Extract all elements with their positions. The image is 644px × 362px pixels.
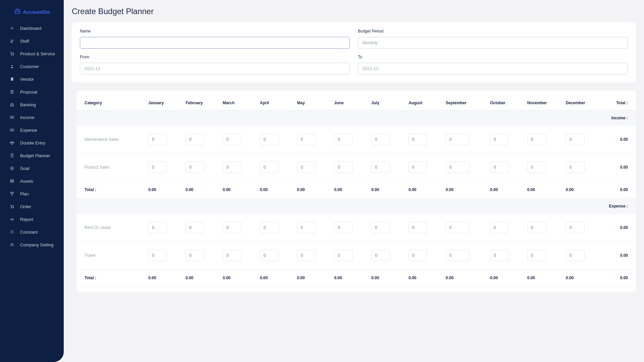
month-input[interactable] — [371, 250, 390, 261]
month-input[interactable] — [446, 162, 469, 173]
month-input[interactable] — [223, 134, 241, 145]
row-total: 0.00 — [601, 126, 636, 154]
month-input[interactable] — [527, 222, 546, 233]
row-total: 0.00 — [601, 242, 636, 269]
sidebar-item-proposal[interactable]: Proposal — [0, 85, 64, 98]
sidebar-item-expense[interactable]: Expense — [0, 124, 64, 136]
month-input[interactable] — [371, 222, 390, 233]
sidebar-item-double-entry[interactable]: Double Entry — [0, 136, 64, 149]
month-input[interactable] — [371, 162, 390, 173]
sidebar-item-company-setting[interactable]: Company Setting — [0, 238, 64, 251]
month-input[interactable] — [409, 162, 427, 173]
month-input[interactable] — [446, 250, 469, 261]
month-input[interactable] — [566, 162, 585, 173]
month-input[interactable] — [371, 134, 390, 145]
total-label: Total : — [76, 269, 146, 287]
total-cell: 0.00 — [525, 181, 563, 198]
month-input[interactable] — [148, 222, 167, 233]
from-input[interactable] — [80, 63, 350, 74]
sidebar-item-label: Product & Service — [20, 51, 55, 56]
chevron-right-icon — [54, 39, 58, 44]
month-input[interactable] — [490, 222, 509, 233]
sidebar-nav: DashboardStaffProduct & ServiceCustomerV… — [0, 22, 64, 251]
month-input[interactable] — [409, 222, 427, 233]
month-input[interactable] — [148, 250, 167, 261]
svg-point-9 — [12, 117, 12, 118]
month-input[interactable] — [566, 222, 585, 233]
month-input[interactable] — [446, 222, 469, 233]
col-header: January — [146, 96, 183, 110]
month-input[interactable] — [566, 250, 585, 261]
month-input[interactable] — [223, 222, 241, 233]
month-input[interactable] — [566, 134, 585, 145]
month-input[interactable] — [185, 162, 204, 173]
month-input[interactable] — [185, 134, 204, 145]
month-input[interactable] — [334, 250, 353, 261]
month-input[interactable] — [185, 250, 204, 261]
period-label: Budget Period — [358, 29, 628, 34]
month-input[interactable] — [297, 134, 316, 145]
col-header: April — [257, 96, 294, 110]
total-cell: 0.00 — [257, 269, 294, 287]
month-input[interactable] — [446, 134, 469, 145]
total-cell: 0.00 — [525, 269, 563, 287]
sidebar-item-staff[interactable]: Staff — [0, 35, 64, 47]
month-input[interactable] — [148, 162, 167, 173]
sidebar-item-goal[interactable]: Goal — [0, 162, 64, 175]
month-input[interactable] — [334, 134, 353, 145]
sidebar-item-budget-planner[interactable]: Budget Planner — [0, 149, 64, 162]
sidebar-item-customer[interactable]: Customer — [0, 60, 64, 73]
month-input[interactable] — [185, 222, 204, 233]
month-input[interactable] — [297, 222, 316, 233]
sidebar-item-constant[interactable]: Constant — [0, 226, 64, 238]
month-input[interactable] — [260, 222, 279, 233]
sidebar-item-plan[interactable]: Plan — [0, 187, 64, 200]
month-input[interactable] — [260, 250, 279, 261]
category-cell: Product Sales — [76, 154, 146, 181]
sidebar-item-order[interactable]: Order — [0, 200, 64, 213]
month-input[interactable] — [148, 134, 167, 145]
month-input[interactable] — [297, 162, 316, 173]
section-header: Expense : — [76, 198, 636, 214]
month-input[interactable] — [334, 162, 353, 173]
col-header: June — [331, 96, 369, 110]
sidebar-item-label: Budget Planner — [20, 153, 50, 158]
total-cell: 0.00 — [146, 181, 183, 198]
month-input[interactable] — [260, 134, 279, 145]
sidebar-item-income[interactable]: Income — [0, 111, 64, 124]
month-input[interactable] — [409, 250, 427, 261]
sidebar-item-report[interactable]: Report — [0, 213, 64, 226]
name-label: Name — [80, 29, 350, 34]
sidebar-item-assets[interactable]: Assets — [0, 175, 64, 187]
month-input[interactable] — [490, 162, 509, 173]
col-header: September — [443, 96, 487, 110]
sidebar-item-label: Banking — [20, 102, 36, 107]
month-input[interactable] — [297, 250, 316, 261]
bank-icon — [9, 102, 15, 107]
total-cell: 0.00 — [406, 181, 443, 198]
month-input[interactable] — [527, 134, 546, 145]
month-input[interactable] — [490, 134, 509, 145]
to-label: To — [358, 55, 628, 59]
month-input[interactable] — [527, 162, 546, 173]
page-title: Create Budget Planner — [72, 7, 636, 16]
period-select[interactable] — [358, 37, 628, 49]
month-input[interactable] — [490, 250, 509, 261]
sidebar-item-product-service[interactable]: Product & Service — [0, 47, 64, 60]
month-input[interactable] — [409, 134, 427, 145]
month-input[interactable] — [223, 162, 241, 173]
name-input[interactable] — [80, 37, 350, 49]
sidebar-item-banking[interactable]: Banking — [0, 98, 64, 111]
total-cell: 0.00 — [406, 269, 443, 287]
chevron-right-icon — [54, 230, 58, 235]
sidebar-item-dashboard[interactable]: Dashboard — [0, 22, 64, 35]
month-input[interactable] — [223, 250, 241, 261]
month-input[interactable] — [527, 250, 546, 261]
month-input[interactable] — [334, 222, 353, 233]
category-cell: Maintenance Sales — [76, 126, 146, 154]
col-header: Total : — [601, 96, 636, 110]
sidebar-item-vendor[interactable]: Vendor — [0, 73, 64, 85]
total-cell: 0.00 — [331, 269, 369, 287]
month-input[interactable] — [260, 162, 279, 173]
to-input[interactable] — [358, 63, 628, 74]
